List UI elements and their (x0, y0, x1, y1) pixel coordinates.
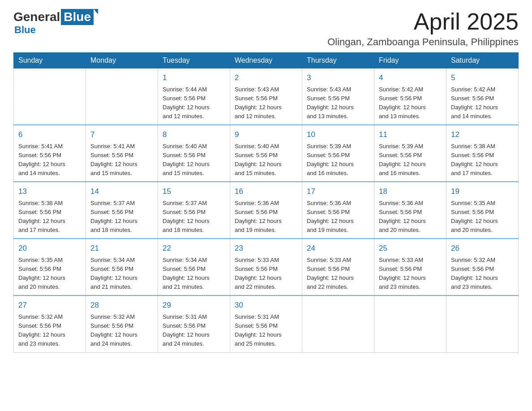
day-number: 9 (235, 129, 297, 141)
day-info: Sunrise: 5:44 AMSunset: 5:56 PMDaylight:… (163, 85, 225, 121)
calendar-cell: 15Sunrise: 5:37 AMSunset: 5:56 PMDayligh… (158, 182, 230, 239)
calendar-cell: 7Sunrise: 5:41 AMSunset: 5:56 PMDaylight… (86, 125, 158, 182)
day-number: 26 (451, 243, 514, 254)
day-info: Sunrise: 5:36 AMSunset: 5:56 PMDaylight:… (235, 199, 297, 235)
day-info: Sunrise: 5:40 AMSunset: 5:56 PMDaylight:… (235, 142, 297, 178)
day-info: Sunrise: 5:33 AMSunset: 5:56 PMDaylight:… (235, 256, 297, 292)
calendar-cell: 26Sunrise: 5:32 AMSunset: 5:56 PMDayligh… (446, 239, 519, 295)
calendar-cell: 1Sunrise: 5:44 AMSunset: 5:56 PMDaylight… (158, 68, 230, 125)
day-info: Sunrise: 5:39 AMSunset: 5:56 PMDaylight:… (307, 142, 369, 178)
day-info: Sunrise: 5:35 AMSunset: 5:56 PMDaylight:… (18, 256, 81, 292)
day-number: 16 (235, 186, 297, 197)
calendar-cell (374, 295, 446, 352)
day-info: Sunrise: 5:31 AMSunset: 5:56 PMDaylight:… (235, 313, 297, 349)
day-info: Sunrise: 5:34 AMSunset: 5:56 PMDaylight:… (163, 256, 225, 292)
calendar-cell: 12Sunrise: 5:38 AMSunset: 5:56 PMDayligh… (446, 125, 519, 182)
day-info: Sunrise: 5:35 AMSunset: 5:56 PMDaylight:… (451, 199, 514, 235)
day-number: 21 (90, 243, 153, 254)
day-number: 2 (235, 72, 297, 84)
calendar-table: SundayMondayTuesdayWednesdayThursdayFrid… (13, 52, 519, 352)
day-number: 20 (18, 243, 81, 254)
day-info: Sunrise: 5:32 AMSunset: 5:56 PMDaylight:… (90, 313, 153, 349)
month-title: April 2025 (327, 9, 519, 34)
day-number: 1 (163, 72, 225, 84)
weekday-header-saturday: Saturday (446, 53, 519, 68)
calendar-cell: 19Sunrise: 5:35 AMSunset: 5:56 PMDayligh… (446, 182, 519, 239)
day-info: Sunrise: 5:37 AMSunset: 5:56 PMDaylight:… (90, 199, 153, 235)
calendar-cell: 13Sunrise: 5:38 AMSunset: 5:56 PMDayligh… (14, 182, 86, 239)
day-number: 4 (379, 72, 442, 84)
day-number: 3 (307, 72, 369, 84)
day-info: Sunrise: 5:36 AMSunset: 5:56 PMDaylight:… (379, 199, 442, 235)
calendar-cell: 4Sunrise: 5:42 AMSunset: 5:56 PMDaylight… (374, 68, 446, 125)
day-info: Sunrise: 5:36 AMSunset: 5:56 PMDaylight:… (307, 199, 369, 235)
logo-triangle-icon (94, 9, 98, 14)
day-info: Sunrise: 5:33 AMSunset: 5:56 PMDaylight:… (307, 256, 369, 292)
day-info: Sunrise: 5:33 AMSunset: 5:56 PMDaylight:… (379, 256, 442, 292)
day-info: Sunrise: 5:40 AMSunset: 5:56 PMDaylight:… (163, 142, 225, 178)
calendar-cell: 5Sunrise: 5:42 AMSunset: 5:56 PMDaylight… (446, 68, 519, 125)
day-info: Sunrise: 5:32 AMSunset: 5:56 PMDaylight:… (18, 313, 81, 349)
logo-blue-text-box: Blue (64, 10, 91, 24)
week-row-4: 20Sunrise: 5:35 AMSunset: 5:56 PMDayligh… (14, 239, 519, 295)
calendar-cell: 24Sunrise: 5:33 AMSunset: 5:56 PMDayligh… (302, 239, 374, 295)
day-number: 27 (18, 300, 81, 311)
day-info: Sunrise: 5:31 AMSunset: 5:56 PMDaylight:… (163, 313, 225, 349)
calendar-cell: 25Sunrise: 5:33 AMSunset: 5:56 PMDayligh… (374, 239, 446, 295)
calendar-cell (14, 68, 86, 125)
day-number: 25 (379, 243, 442, 254)
day-number: 13 (18, 186, 81, 197)
day-info: Sunrise: 5:43 AMSunset: 5:56 PMDaylight:… (307, 85, 369, 121)
week-row-2: 6Sunrise: 5:41 AMSunset: 5:56 PMDaylight… (14, 125, 519, 182)
weekday-header-sunday: Sunday (14, 53, 86, 68)
day-info: Sunrise: 5:42 AMSunset: 5:56 PMDaylight:… (451, 85, 514, 121)
calendar-cell: 10Sunrise: 5:39 AMSunset: 5:56 PMDayligh… (302, 125, 374, 182)
calendar-cell: 17Sunrise: 5:36 AMSunset: 5:56 PMDayligh… (302, 182, 374, 239)
calendar-cell: 30Sunrise: 5:31 AMSunset: 5:56 PMDayligh… (230, 295, 302, 352)
day-number: 12 (451, 129, 514, 141)
calendar-cell: 28Sunrise: 5:32 AMSunset: 5:56 PMDayligh… (86, 295, 158, 352)
weekday-header-tuesday: Tuesday (158, 53, 230, 68)
calendar-cell: 20Sunrise: 5:35 AMSunset: 5:56 PMDayligh… (14, 239, 86, 295)
day-number: 17 (307, 186, 369, 197)
day-number: 18 (379, 186, 442, 197)
calendar-body: 1Sunrise: 5:44 AMSunset: 5:56 PMDaylight… (14, 68, 519, 352)
day-number: 11 (379, 129, 442, 141)
weekday-header-friday: Friday (374, 53, 446, 68)
day-number: 28 (90, 300, 153, 311)
logo-blue-label: Blue (14, 24, 36, 36)
calendar-cell: 18Sunrise: 5:36 AMSunset: 5:56 PMDayligh… (374, 182, 446, 239)
day-number: 23 (235, 243, 297, 254)
day-info: Sunrise: 5:32 AMSunset: 5:56 PMDaylight:… (451, 256, 514, 292)
calendar-cell: 3Sunrise: 5:43 AMSunset: 5:56 PMDaylight… (302, 68, 374, 125)
day-number: 30 (235, 300, 297, 311)
title-area: April 2025 Olingan, Zamboanga Peninsula,… (327, 9, 519, 48)
day-number: 22 (163, 243, 225, 254)
week-row-1: 1Sunrise: 5:44 AMSunset: 5:56 PMDaylight… (14, 68, 519, 125)
day-info: Sunrise: 5:38 AMSunset: 5:56 PMDaylight:… (451, 142, 514, 178)
day-number: 14 (90, 186, 153, 197)
day-info: Sunrise: 5:34 AMSunset: 5:56 PMDaylight:… (90, 256, 153, 292)
weekday-header-monday: Monday (86, 53, 158, 68)
weekday-header-wednesday: Wednesday (230, 53, 302, 68)
calendar-cell: 8Sunrise: 5:40 AMSunset: 5:56 PMDaylight… (158, 125, 230, 182)
logo-blue-box: Blue (61, 9, 94, 25)
calendar-cell: 9Sunrise: 5:40 AMSunset: 5:56 PMDaylight… (230, 125, 302, 182)
weekday-header-thursday: Thursday (302, 53, 374, 68)
day-number: 10 (307, 129, 369, 141)
calendar-cell: 14Sunrise: 5:37 AMSunset: 5:56 PMDayligh… (86, 182, 158, 239)
calendar-cell: 29Sunrise: 5:31 AMSunset: 5:56 PMDayligh… (158, 295, 230, 352)
day-number: 7 (90, 129, 153, 141)
calendar-cell (446, 295, 519, 352)
calendar-cell: 11Sunrise: 5:39 AMSunset: 5:56 PMDayligh… (374, 125, 446, 182)
day-number: 19 (451, 186, 514, 197)
calendar-cell: 2Sunrise: 5:43 AMSunset: 5:56 PMDaylight… (230, 68, 302, 125)
calendar-cell: 22Sunrise: 5:34 AMSunset: 5:56 PMDayligh… (158, 239, 230, 295)
day-number: 6 (18, 129, 81, 141)
logo-area: General Blue Blue (13, 9, 94, 36)
calendar-cell: 16Sunrise: 5:36 AMSunset: 5:56 PMDayligh… (230, 182, 302, 239)
day-info: Sunrise: 5:39 AMSunset: 5:56 PMDaylight:… (379, 142, 442, 178)
location-title: Olingan, Zamboanga Peninsula, Philippine… (327, 36, 519, 48)
day-info: Sunrise: 5:43 AMSunset: 5:56 PMDaylight:… (235, 85, 297, 121)
calendar-cell (86, 68, 158, 125)
